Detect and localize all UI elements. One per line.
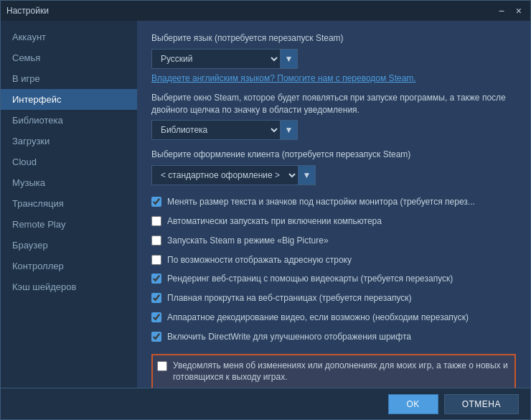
main-content: Выберите язык (потребуется перезапуск St… — [137, 21, 530, 388]
titlebar: Настройки − × — [1, 1, 530, 21]
checkbox-row-0: Менять размер текста и значков под настр… — [151, 194, 516, 210]
bottom-bar: OK ОТМЕНА — [1, 388, 530, 419]
checkbox-autostart[interactable] — [151, 216, 161, 226]
checkbox-notify-updates[interactable] — [157, 361, 167, 371]
language-dropdown-arrow[interactable]: ▼ — [281, 49, 298, 69]
close-button[interactable]: × — [513, 5, 525, 17]
checkbox-hw-decode[interactable] — [151, 312, 161, 322]
window-section: Выберите окно Steam, которое будет появл… — [151, 92, 516, 141]
checkbox-row-6: Аппаратное декодирование видео, если воз… — [151, 309, 516, 326]
checkbox-directwrite[interactable] — [151, 332, 161, 342]
window-dropdown[interactable]: Библиотека — [151, 120, 281, 140]
window-label: Выберите окно Steam, которое будет появл… — [151, 92, 516, 116]
checkbox-row-5: Плавная прокрутка на веб-страницах (треб… — [151, 290, 516, 307]
cancel-button[interactable]: ОТМЕНА — [444, 394, 519, 414]
skin-label: Выберите оформление клиента (потребуется… — [151, 149, 516, 161]
window-title: Настройки — [6, 6, 49, 16]
sidebar-item-downloads[interactable]: Загрузки — [1, 131, 137, 151]
sidebar-item-library[interactable]: Библиотека — [1, 110, 137, 131]
sidebar-item-family[interactable]: Семья — [1, 47, 137, 68]
checkbox-row-1: Автоматически запускать при включении ко… — [151, 213, 516, 230]
sidebar-item-controller[interactable]: Контроллер — [1, 256, 137, 276]
language-label: Выберите язык (потребуется перезапуск St… — [151, 32, 516, 45]
titlebar-controls: − × — [496, 5, 525, 17]
checkbox-row-7: Включить DirectWrite для улучшенного ото… — [151, 329, 516, 345]
checkboxes-section: Менять размер текста и значков под настр… — [151, 194, 516, 345]
sidebar-item-account[interactable]: Аккаунт — [1, 27, 137, 47]
ok-button[interactable]: OK — [388, 394, 438, 414]
sidebar-item-interface[interactable]: Интерфейс — [1, 89, 137, 110]
checkbox-label-6[interactable]: Аппаратное декодирование видео, если воз… — [167, 312, 469, 324]
highlighted-checkbox-label[interactable]: Уведомлять меня об изменениях или дополн… — [173, 360, 510, 384]
settings-window: Настройки − × Аккаунт Семья В игре Интер… — [0, 0, 531, 420]
checkbox-addressbar[interactable] — [151, 255, 161, 265]
translation-link[interactable]: Владеете английским языком? Помогите нам… — [151, 73, 416, 83]
window-dropdown-arrow[interactable]: ▼ — [281, 120, 298, 140]
sidebar-item-broadcast[interactable]: Трансляция — [1, 193, 137, 214]
language-section: Выберите язык (потребуется перезапуск St… — [151, 32, 516, 83]
window-dropdown-wrapper: Библиотека ▼ — [151, 120, 516, 140]
checkbox-row-4: Рендеринг веб-страниц с помощью видеокар… — [151, 271, 516, 287]
sidebar-item-ingame[interactable]: В игре — [1, 68, 137, 89]
skin-dropdown-wrapper: < стандартное оформление > ▼ — [151, 165, 516, 185]
checkbox-bigpicture[interactable] — [151, 235, 161, 246]
sidebar: Аккаунт Семья В игре Интерфейс Библиотек… — [1, 21, 137, 388]
checkbox-label-2[interactable]: Запускать Steam в режиме «Big Picture» — [167, 235, 329, 247]
checkbox-smooth-scroll[interactable] — [151, 293, 161, 303]
sidebar-item-remoteplay[interactable]: Remote Play — [1, 214, 137, 235]
checkbox-label-7[interactable]: Включить DirectWrite для улучшенного ото… — [167, 331, 411, 343]
highlighted-checkbox-row: Уведомлять меня об изменениях или дополн… — [151, 354, 516, 388]
checkbox-monitor-scaling[interactable] — [151, 197, 161, 207]
content-area: Аккаунт Семья В игре Интерфейс Библиотек… — [1, 21, 530, 388]
checkbox-gpu-render[interactable] — [151, 274, 161, 284]
checkbox-label-4[interactable]: Рендеринг веб-страниц с помощью видеокар… — [167, 273, 453, 285]
checkbox-label-3[interactable]: По возможности отображать адресную строк… — [167, 254, 352, 266]
sidebar-item-browser[interactable]: Браузер — [1, 235, 137, 256]
sidebar-item-cloud[interactable]: Cloud — [1, 151, 137, 172]
checkbox-label-1[interactable]: Автоматически запускать при включении ко… — [167, 215, 382, 228]
checkbox-label-5[interactable]: Плавная прокрутка на веб-страницах (треб… — [167, 292, 412, 304]
skin-section: Выберите оформление клиента (потребуется… — [151, 149, 516, 185]
skin-dropdown-arrow[interactable]: ▼ — [299, 165, 316, 185]
sidebar-item-music[interactable]: Музыка — [1, 172, 137, 193]
checkbox-label-0[interactable]: Менять размер текста и значков под настр… — [167, 196, 475, 208]
skin-dropdown[interactable]: < стандартное оформление > — [151, 165, 299, 185]
language-dropdown[interactable]: Русский — [151, 49, 281, 69]
checkbox-row-3: По возможности отображать адресную строк… — [151, 252, 516, 269]
checkbox-row-2: Запускать Steam в режиме «Big Picture» — [151, 233, 516, 249]
sidebar-item-shadercache[interactable]: Кэш шейдеров — [1, 276, 137, 297]
minimize-button[interactable]: − — [496, 5, 507, 17]
language-dropdown-wrapper: Русский ▼ — [151, 49, 516, 69]
